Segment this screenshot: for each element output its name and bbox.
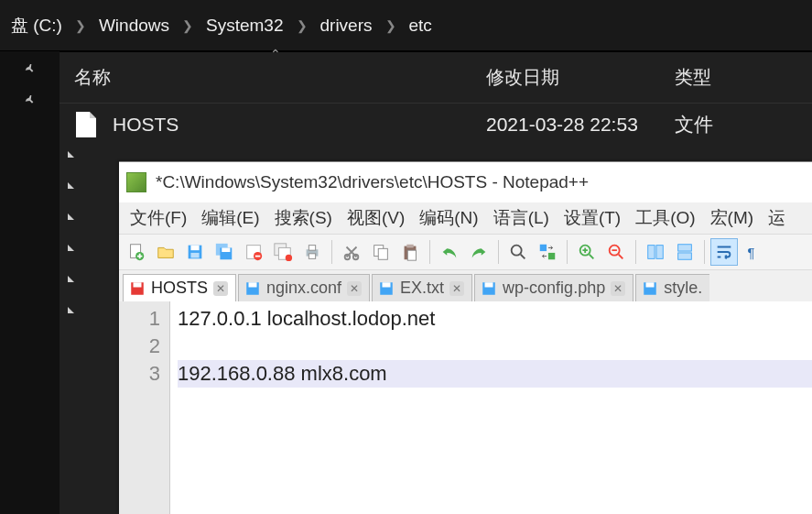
menu-run[interactable]: 运 — [761, 202, 793, 234]
replace-button[interactable] — [534, 238, 561, 266]
menu-file[interactable]: 文件(F) — [123, 202, 194, 234]
svg-rect-30 — [678, 245, 692, 251]
svg-rect-28 — [648, 246, 655, 259]
disk-icon — [378, 280, 395, 297]
chevron-right-icon: ❯ — [376, 18, 406, 33]
close-tab-icon[interactable]: ✕ — [213, 281, 228, 296]
tab-label: nginx.conf — [266, 279, 341, 298]
menu-encoding[interactable]: 编码(N) — [412, 202, 485, 234]
new-file-button[interactable] — [123, 238, 150, 266]
column-headers[interactable]: ⌃ 名称 修改日期 类型 — [60, 52, 812, 104]
copy-button[interactable] — [367, 238, 395, 266]
line-numbers: 123 — [119, 301, 170, 514]
tab-label: style. — [664, 279, 702, 298]
breadcrumb-seg[interactable]: System32 — [202, 16, 287, 36]
svg-rect-21 — [406, 245, 413, 248]
svg-point-23 — [512, 246, 522, 256]
svg-rect-24 — [540, 245, 547, 251]
tab-wpconfig[interactable]: wp-config.php ✕ — [474, 274, 633, 301]
close-all-button[interactable] — [269, 238, 297, 266]
tab-hosts[interactable]: HOSTS ✕ — [123, 274, 236, 301]
breadcrumb-seg[interactable]: etc — [406, 16, 436, 36]
breadcrumb-seg[interactable]: drivers — [317, 16, 376, 36]
pin-icon[interactable] — [17, 57, 43, 82]
column-date[interactable]: 修改日期 — [486, 65, 675, 90]
menu-tools[interactable]: 工具(O) — [628, 202, 702, 234]
chevron-right-icon: ❯ — [66, 18, 95, 33]
breadcrumb-seg[interactable]: 盘 (C:) — [7, 14, 66, 38]
disk-icon — [642, 280, 658, 297]
toolbar-separator — [635, 240, 636, 264]
menu-settings[interactable]: 设置(T) — [557, 202, 628, 234]
tab-label: HOSTS — [151, 279, 208, 298]
svg-rect-25 — [548, 253, 555, 259]
find-button[interactable] — [504, 238, 532, 266]
menu-language[interactable]: 语言(L) — [486, 202, 557, 234]
pin-icon[interactable] — [17, 88, 43, 114]
tab-ex[interactable]: EX.txt ✕ — [372, 274, 472, 301]
svg-rect-4 — [190, 253, 199, 258]
close-tab-icon[interactable]: ✕ — [449, 281, 464, 296]
file-icon — [74, 111, 98, 138]
disk-icon — [129, 280, 146, 297]
toolbar-separator — [331, 240, 332, 264]
svg-rect-15 — [309, 254, 315, 259]
column-type[interactable]: 类型 — [675, 65, 812, 90]
svg-rect-3 — [190, 246, 199, 251]
svg-rect-19 — [378, 248, 387, 259]
toolbar-separator — [429, 240, 430, 264]
menu-edit[interactable]: 编辑(E) — [194, 202, 266, 234]
print-button[interactable] — [298, 238, 326, 266]
svg-rect-29 — [656, 246, 663, 259]
sort-indicator-icon: ⌃ — [270, 47, 281, 61]
save-button[interactable] — [181, 238, 209, 266]
code-line: 127.0.0.1 localhost.lodop.net — [178, 307, 435, 330]
tab-style[interactable]: style. — [635, 274, 709, 301]
toolbar-separator — [498, 240, 499, 264]
svg-rect-38 — [383, 282, 391, 287]
breadcrumb-seg[interactable]: Windows — [95, 16, 173, 36]
file-date: 2021-03-28 22:53 — [486, 114, 675, 136]
zoom-out-button[interactable] — [602, 238, 630, 266]
code-line: 192.168.0.88 mlx8.com — [178, 360, 812, 388]
wordwrap-button[interactable] — [710, 238, 738, 266]
notepadpp-window: *C:\Windows\System32\drivers\etc\HOSTS -… — [119, 161, 812, 514]
file-row[interactable]: HOSTS 2021-03-28 22:53 文件 — [60, 104, 812, 146]
close-tab-icon[interactable]: ✕ — [611, 281, 625, 296]
toolbar: ¶ — [119, 234, 812, 270]
menu-macro[interactable]: 宏(M) — [703, 202, 761, 234]
watermark: 知乎 @一只有趣的INTJ狼 — [590, 477, 801, 501]
breadcrumb[interactable]: 盘 (C:) ❯ Windows ❯ System32 ❯ drivers ❯ … — [0, 0, 812, 51]
close-tab-icon[interactable]: ✕ — [347, 281, 362, 296]
show-all-chars-button[interactable]: ¶ — [740, 238, 767, 266]
toolbar-separator — [567, 240, 568, 264]
file-name: HOSTS — [113, 114, 486, 136]
svg-rect-22 — [407, 250, 416, 260]
chevron-right-icon: ❯ — [287, 18, 317, 33]
column-name[interactable]: 名称 — [74, 65, 486, 90]
svg-rect-14 — [309, 246, 315, 251]
svg-rect-40 — [485, 282, 493, 287]
svg-rect-7 — [222, 247, 230, 252]
sync-v-button[interactable] — [642, 238, 669, 266]
svg-point-12 — [286, 255, 292, 261]
sync-h-button[interactable] — [671, 238, 698, 266]
open-file-button[interactable] — [152, 238, 179, 266]
close-button[interactable] — [240, 238, 267, 266]
svg-rect-42 — [646, 282, 655, 287]
redo-button[interactable] — [465, 238, 493, 266]
notepadpp-icon — [126, 172, 146, 192]
cut-button[interactable] — [338, 238, 365, 266]
paste-button[interactable] — [396, 238, 424, 266]
undo-button[interactable] — [436, 238, 463, 266]
zoom-in-button[interactable] — [573, 238, 601, 266]
chevron-right-icon: ❯ — [173, 18, 202, 33]
menu-view[interactable]: 视图(V) — [340, 202, 412, 234]
window-title: *C:\Windows\System32\drivers\etc\HOSTS -… — [156, 172, 589, 192]
save-all-button[interactable] — [211, 238, 238, 266]
tab-label: EX.txt — [400, 279, 444, 298]
window-title-bar[interactable]: *C:\Windows\System32\drivers\etc\HOSTS -… — [119, 162, 812, 202]
menu-search[interactable]: 搜索(S) — [267, 202, 340, 234]
disk-icon — [244, 280, 261, 297]
tab-nginx[interactable]: nginx.conf ✕ — [238, 274, 370, 301]
